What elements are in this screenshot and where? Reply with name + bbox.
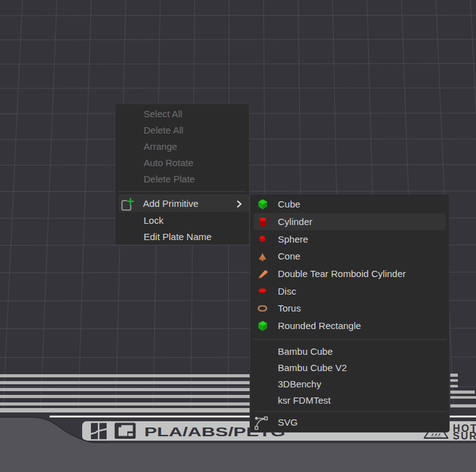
svg-text:SURF: SURF <box>453 431 476 441</box>
